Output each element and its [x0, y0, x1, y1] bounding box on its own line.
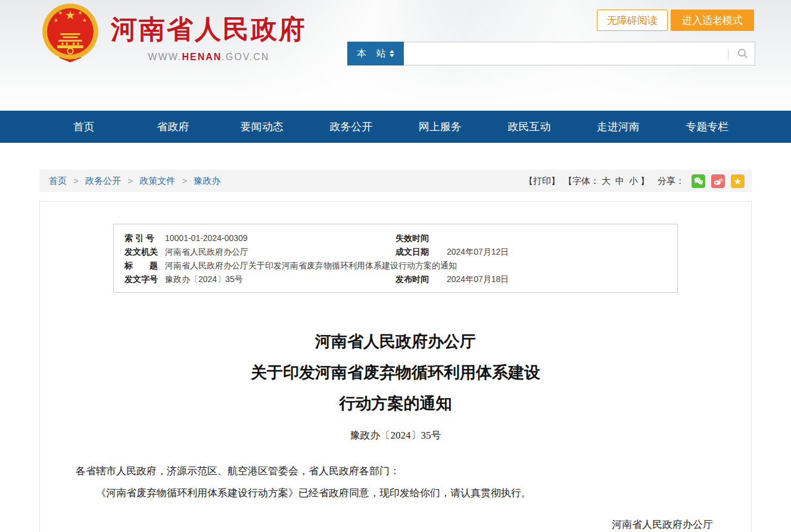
- meta-label-publish-date: 发布时间: [396, 273, 442, 286]
- meta-row-doc-number: 发文字号 豫政办〔2024〕35号 发布时间 2024年07月18日: [114, 273, 677, 286]
- nav-item-news[interactable]: 要闻动态: [217, 111, 307, 143]
- search-field-wrap: |: [404, 42, 755, 65]
- document-title-line: 行动方案的通知: [40, 388, 751, 419]
- nav-item-special-topics[interactable]: 专题专栏: [663, 111, 752, 143]
- meta-value-doc-number: 豫政办〔2024〕35号: [160, 273, 396, 286]
- breadcrumb-separator: >: [182, 176, 187, 186]
- wechat-share-button[interactable]: [692, 174, 705, 188]
- document-card: 索 引 号 10001-01-2024-00309 失效时间 发文机关 河南省人…: [39, 201, 752, 532]
- document-body: 各省辖市人民政府，济源示范区、航空港区管委会，省人民政府各部门： 《河南省废弃物…: [76, 460, 715, 504]
- search-scope-dropdown[interactable]: 本 站: [347, 42, 404, 65]
- meta-label-title: 标 题: [114, 259, 160, 273]
- meta-value-expiry: [442, 231, 677, 245]
- nav-item-gov-affairs[interactable]: 政务公开: [307, 111, 396, 143]
- site-logo[interactable]: 河南省人民政府 WWW.HENAN.GOV.CN: [39, 2, 307, 65]
- font-size-controls: 【字体：大中小】: [563, 176, 649, 187]
- document-title: 河南省人民政府办公厅 关于印发河南省废弃物循环利用体系建设 行动方案的通知: [40, 326, 751, 419]
- search-icon: [737, 48, 749, 60]
- document-title-line: 关于印发河南省废弃物循环利用体系建设: [40, 357, 751, 388]
- share-label: 分享：: [658, 176, 684, 187]
- document-paragraph: 各省辖市人民政府，济源示范区、航空港区管委会，省人民政府各部门：: [76, 460, 715, 482]
- weibo-share-button[interactable]: [711, 174, 725, 188]
- nav-item-about-henan[interactable]: 走进河南: [574, 111, 663, 143]
- page-tools: 【打印】 【字体：大中小】 分享：: [524, 174, 745, 188]
- breadcrumb-bar: 首页 > 政务公开 > 政策文件 > 豫政办 【打印】 【字体：大中小】 分享：: [39, 170, 752, 192]
- favorite-star-icon: ★: [734, 177, 742, 186]
- breadcrumb-home[interactable]: 首页: [49, 176, 67, 186]
- document-paragraph: 《河南省废弃物循环利用体系建设行动方案》已经省政府同意，现印发给你们，请认真贯彻…: [76, 482, 715, 504]
- font-size-small[interactable]: 小: [629, 176, 638, 186]
- document-title-line: 河南省人民政府办公厅: [40, 326, 751, 357]
- font-size-large[interactable]: 大: [602, 176, 611, 186]
- breadcrumb-policy-files[interactable]: 政策文件: [139, 176, 175, 186]
- meta-value-index: 10001-01-2024-00309: [160, 231, 396, 245]
- site-header: 河南省人民政府 WWW.HENAN.GOV.CN 无障碍阅读 进入适老模式 本 …: [0, 0, 791, 111]
- signature-org: 河南省人民政府办公厅: [40, 514, 713, 532]
- document-number: 豫政办〔2024〕35号: [40, 428, 751, 442]
- weibo-icon: [712, 176, 724, 187]
- site-search: 本 站 |: [347, 42, 755, 65]
- nav-item-provincial-gov[interactable]: 省政府: [129, 111, 218, 143]
- breadcrumb-gov-affairs[interactable]: 政务公开: [85, 176, 121, 186]
- accessibility-reading-button[interactable]: 无障碍阅读: [597, 10, 668, 31]
- meta-label-issuer: 发文机关: [114, 245, 160, 259]
- search-button[interactable]: [737, 48, 749, 60]
- meta-value-title: 河南省人民政府办公厅关于印发河南省废弃物循环利用体系建设行动方案的通知: [160, 259, 677, 273]
- font-size-medium[interactable]: 中: [615, 176, 624, 186]
- meta-label-index: 索 引 号: [114, 231, 160, 245]
- nav-item-interaction[interactable]: 政民互动: [485, 111, 574, 143]
- meta-label-written-date: 成文日期: [396, 245, 442, 259]
- document-meta-table: 索 引 号 10001-01-2024-00309 失效时间 发文机关 河南省人…: [113, 224, 678, 293]
- nav-item-online-services[interactable]: 网上服务: [396, 111, 485, 143]
- breadcrumb-separator: >: [127, 176, 133, 186]
- search-input[interactable]: [404, 42, 727, 65]
- document-signature: 河南省人民政府办公厅 2024年7月12日: [40, 514, 751, 532]
- print-button[interactable]: 【打印】: [524, 176, 560, 187]
- favorite-star-button[interactable]: ★: [731, 174, 745, 188]
- main-nav: 首页 省政府 要闻动态 政务公开 网上服务 政民互动 走进河南 专题专栏: [0, 111, 791, 143]
- search-divider: |: [727, 48, 730, 60]
- meta-row-issuer: 发文机关 河南省人民政府办公厅 成文日期 2024年07月12日: [114, 245, 677, 259]
- meta-label-doc-number: 发文字号: [114, 273, 160, 286]
- meta-value-written-date: 2024年07月12日: [442, 245, 677, 259]
- search-scope-label: 本 站: [357, 48, 389, 60]
- elder-mode-button[interactable]: 进入适老模式: [671, 10, 754, 31]
- breadcrumb-separator: >: [73, 176, 79, 186]
- wechat-icon: [693, 176, 704, 187]
- meta-row-title: 标 题 河南省人民政府办公厅关于印发河南省废弃物循环利用体系建设行动方案的通知: [114, 259, 677, 273]
- nav-item-home[interactable]: 首页: [39, 111, 129, 143]
- site-url: WWW.HENAN.GOV.CN: [111, 52, 307, 62]
- meta-value-publish-date: 2024年07月18日: [442, 273, 677, 286]
- meta-row-index: 索 引 号 10001-01-2024-00309 失效时间: [114, 231, 677, 245]
- header-actions: 无障碍阅读 进入适老模式: [597, 10, 754, 31]
- breadcrumb: 首页 > 政务公开 > 政策文件 > 豫政办: [49, 176, 220, 187]
- main-content: 首页 > 政务公开 > 政策文件 > 豫政办 【打印】 【字体：大中小】 分享：: [39, 170, 752, 532]
- meta-label-expiry: 失效时间: [396, 231, 442, 245]
- meta-value-issuer: 河南省人民政府办公厅: [160, 245, 396, 259]
- site-title: 河南省人民政府: [111, 12, 307, 47]
- sort-arrows-icon: [390, 50, 394, 57]
- breadcrumb-yuzhengban[interactable]: 豫政办: [194, 176, 220, 186]
- national-emblem-icon: [39, 2, 101, 65]
